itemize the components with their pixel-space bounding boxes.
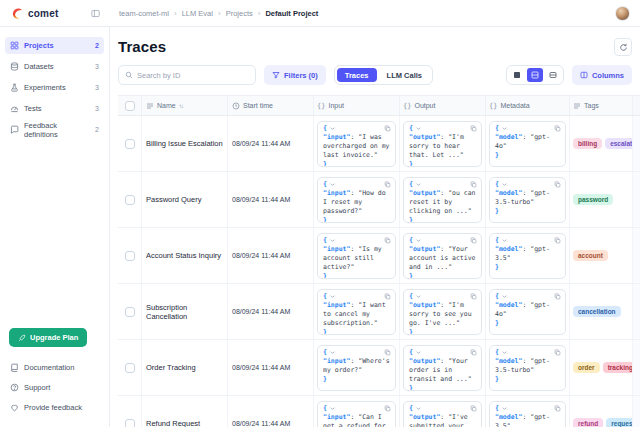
- input-json-cell[interactable]: {"input": "How do I reset my password?"}: [317, 177, 396, 223]
- metadata-json-cell[interactable]: {"model": "gpt-3.5"}: [489, 233, 566, 279]
- view-toggle-traces[interactable]: Traces: [337, 68, 377, 82]
- trace-name-cell[interactable]: Password Query: [142, 172, 228, 227]
- refresh-button[interactable]: [614, 38, 632, 56]
- row-checkbox[interactable]: [125, 251, 135, 261]
- copy-icon[interactable]: [384, 237, 391, 247]
- row-checkbox[interactable]: [125, 307, 135, 317]
- avatar[interactable]: [615, 6, 630, 21]
- upgrade-plan-button[interactable]: Upgrade Plan: [9, 328, 87, 347]
- input-json-cell[interactable]: {"input": "Is my account still active?"}: [317, 233, 396, 279]
- sidebar-nav: Projects2Datasets3Experiments3Tests3Feed…: [5, 37, 104, 142]
- output-json-cell[interactable]: {"output": "ou can reset it by clicking …: [403, 177, 482, 223]
- input-json-cell[interactable]: {"input": "Where's my order?"}: [317, 345, 396, 391]
- metadata-json-cell[interactable]: {"model": "gpt-3.5-turbo"}: [489, 177, 566, 223]
- tag-account[interactable]: account: [573, 250, 608, 261]
- sidebar-item-projects[interactable]: Projects2: [5, 37, 104, 54]
- filters-button[interactable]: Filters (0): [264, 65, 326, 85]
- comet-logo[interactable]: comet: [11, 7, 58, 20]
- breadcrumb-item[interactable]: Default Project: [265, 9, 318, 18]
- table-row[interactable]: Refund Request08/09/24 11:44 AM{"input":…: [118, 396, 640, 427]
- tag-order[interactable]: order: [573, 362, 600, 373]
- search-input[interactable]: [137, 71, 249, 80]
- view-toggle-llm-calls[interactable]: LLM Calls: [379, 68, 430, 82]
- copy-icon[interactable]: [554, 125, 561, 135]
- copy-icon[interactable]: [470, 349, 477, 359]
- breadcrumb-item[interactable]: team-comet-ml: [119, 9, 169, 18]
- tag-refund[interactable]: refund: [573, 418, 603, 427]
- tag-escalation[interactable]: escalation: [605, 138, 633, 149]
- density-small-button[interactable]: [509, 68, 525, 82]
- copy-icon[interactable]: [470, 293, 477, 303]
- copy-icon[interactable]: [554, 237, 561, 247]
- metadata-json-cell[interactable]: {"model": "gpt-3.5-turbo"}: [489, 345, 566, 391]
- copy-icon[interactable]: [554, 293, 561, 303]
- table-row[interactable]: Account Status Inquiry08/09/24 11:44 AM{…: [118, 228, 640, 284]
- sidebar-item-label: Projects: [24, 41, 54, 50]
- table-row[interactable]: Order Tracking08/09/24 11:44 AM{"input":…: [118, 340, 640, 396]
- sidebar-item-tests[interactable]: Tests3: [5, 100, 104, 117]
- output-json-cell[interactable]: {"output": "I've submitted your refund r…: [403, 401, 482, 427]
- trace-name-cell[interactable]: Account Status Inquiry: [142, 228, 228, 283]
- output-json-cell[interactable]: {"output": "I'm sorry to hear that. Let …: [403, 121, 482, 167]
- trace-name-cell[interactable]: Order Tracking: [142, 340, 228, 395]
- metadata-json-cell[interactable]: {"model": "gpt-4o"}: [489, 121, 566, 167]
- trace-name-cell[interactable]: Subscription Cancellation: [142, 284, 228, 339]
- copy-icon[interactable]: [384, 293, 391, 303]
- columns-button[interactable]: Columns: [572, 65, 632, 85]
- copy-icon[interactable]: [470, 181, 477, 191]
- output-json-cell[interactable]: {"output": "I'm sorry to see you go. I'v…: [403, 289, 482, 335]
- sidebar-collapse-icon[interactable]: [91, 9, 100, 18]
- breadcrumb-item[interactable]: Projects: [226, 9, 253, 18]
- copy-icon[interactable]: [470, 405, 477, 415]
- copy-icon[interactable]: [470, 125, 477, 135]
- row-checkbox[interactable]: [125, 139, 135, 149]
- row-checkbox[interactable]: [125, 195, 135, 205]
- trace-name-cell[interactable]: Refund Request: [142, 396, 228, 427]
- density-medium-button[interactable]: [527, 68, 543, 82]
- column-header-tags[interactable]: Tags: [570, 96, 633, 115]
- copy-icon[interactable]: [384, 125, 391, 135]
- copy-icon[interactable]: [384, 405, 391, 415]
- row-checkbox[interactable]: [125, 419, 135, 427]
- copy-icon[interactable]: [384, 181, 391, 191]
- sidebar-item-datasets[interactable]: Datasets3: [5, 58, 104, 75]
- table-row[interactable]: Billing Issue Escalation08/09/24 11:44 A…: [118, 116, 640, 172]
- sidebar-footer-support[interactable]: Support: [5, 379, 104, 395]
- output-json-cell[interactable]: {"output": "Your order is in transit and…: [403, 345, 482, 391]
- row-checkbox[interactable]: [125, 363, 135, 373]
- tag-request[interactable]: request: [606, 418, 633, 427]
- input-json-cell[interactable]: {"input": "I want to cancel my subscript…: [317, 289, 396, 335]
- copy-icon[interactable]: [554, 405, 561, 415]
- breadcrumb-item[interactable]: LLM Eval: [182, 9, 213, 18]
- sort-icon[interactable]: ↑↓: [179, 103, 183, 109]
- json-open-line: {: [495, 292, 560, 301]
- output-json-cell[interactable]: {"output": "Your account is active and i…: [403, 233, 482, 279]
- tag-password[interactable]: password: [573, 194, 613, 205]
- metadata-json-cell[interactable]: {"model": "gpt-4o"}: [489, 289, 566, 335]
- tag-billing[interactable]: billing: [573, 138, 602, 149]
- copy-icon[interactable]: [384, 349, 391, 359]
- sidebar-footer-provide-feedback[interactable]: Provide feedback: [5, 399, 104, 415]
- column-header-output[interactable]: {}Output: [400, 96, 486, 115]
- tag-tracking[interactable]: tracking: [603, 362, 633, 373]
- column-header-metadata[interactable]: {}Metadata: [486, 96, 570, 115]
- copy-icon[interactable]: [554, 349, 561, 359]
- sidebar-item-feedback-definitions[interactable]: Feedback definitions2: [5, 121, 104, 138]
- density-large-button[interactable]: [545, 68, 561, 82]
- metadata-json-cell[interactable]: {"model": "gpt-3.5"}: [489, 401, 566, 427]
- copy-icon[interactable]: [554, 181, 561, 191]
- column-header-input[interactable]: {}Input: [314, 96, 400, 115]
- sidebar-footer-documentation[interactable]: Documentation: [5, 359, 104, 375]
- sidebar-item-experiments[interactable]: Experiments3: [5, 79, 104, 96]
- input-json-cell[interactable]: {"input": "I was overcharged on my last …: [317, 121, 396, 167]
- tag-cancellation[interactable]: cancellation: [573, 306, 621, 317]
- table-row[interactable]: Subscription Cancellation08/09/24 11:44 …: [118, 284, 640, 340]
- select-all-checkbox[interactable]: [125, 101, 135, 111]
- search-box[interactable]: [118, 65, 256, 85]
- column-header-name[interactable]: Name↑↓: [142, 96, 228, 115]
- column-header-start-time[interactable]: Start time: [228, 96, 314, 115]
- copy-icon[interactable]: [470, 237, 477, 247]
- trace-name-cell[interactable]: Billing Issue Escalation: [142, 116, 228, 171]
- table-row[interactable]: Password Query08/09/24 11:44 AM{"input":…: [118, 172, 640, 228]
- input-json-cell[interactable]: {"input": "Can I get a refund for my las…: [317, 401, 396, 427]
